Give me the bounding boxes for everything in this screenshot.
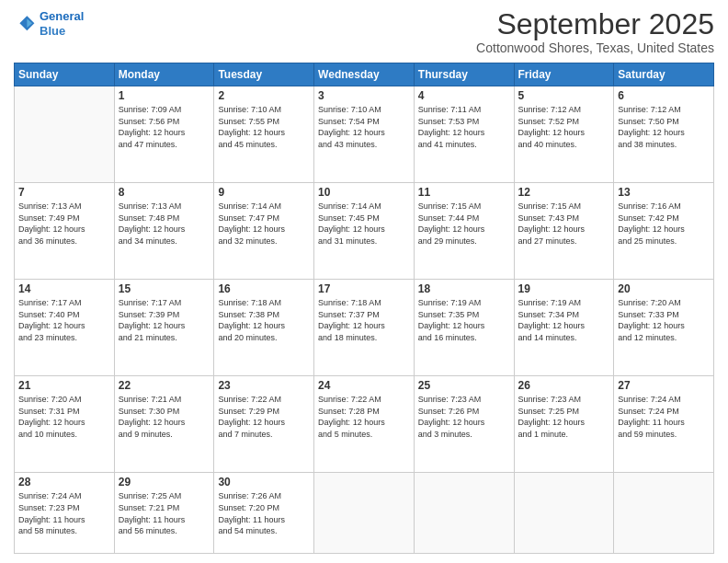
table-row: 27Sunrise: 7:24 AM Sunset: 7:24 PM Dayli… bbox=[614, 376, 714, 473]
day-number: 8 bbox=[119, 186, 210, 199]
table-row: 1Sunrise: 7:09 AM Sunset: 7:56 PM Daylig… bbox=[114, 86, 214, 183]
day-number: 28 bbox=[18, 476, 110, 488]
day-number: 6 bbox=[618, 89, 710, 102]
calendar-header-row: Sunday Monday Tuesday Wednesday Thursday… bbox=[15, 63, 714, 86]
table-row: 20Sunrise: 7:20 AM Sunset: 7:33 PM Dayli… bbox=[614, 280, 714, 376]
day-number: 3 bbox=[318, 89, 410, 102]
day-info: Sunrise: 7:13 AM Sunset: 7:49 PM Dayligh… bbox=[18, 201, 110, 247]
table-row bbox=[314, 473, 415, 554]
day-info: Sunrise: 7:24 AM Sunset: 7:24 PM Dayligh… bbox=[618, 394, 710, 440]
day-info: Sunrise: 7:14 AM Sunset: 7:47 PM Dayligh… bbox=[218, 201, 310, 247]
header-saturday: Saturday bbox=[614, 63, 714, 86]
table-row: 11Sunrise: 7:15 AM Sunset: 7:44 PM Dayli… bbox=[414, 183, 514, 280]
location-title: Cottonwood Shores, Texas, United States bbox=[476, 40, 714, 55]
day-info: Sunrise: 7:12 AM Sunset: 7:52 PM Dayligh… bbox=[518, 104, 610, 150]
day-number: 16 bbox=[218, 282, 310, 295]
day-number: 19 bbox=[518, 282, 610, 295]
day-info: Sunrise: 7:15 AM Sunset: 7:44 PM Dayligh… bbox=[418, 201, 510, 247]
day-number: 12 bbox=[518, 186, 610, 199]
logo-text: General Blue bbox=[40, 9, 84, 38]
table-row: 3Sunrise: 7:10 AM Sunset: 7:54 PM Daylig… bbox=[314, 86, 415, 183]
day-number: 21 bbox=[18, 379, 110, 392]
day-number: 13 bbox=[618, 186, 710, 199]
header: General Blue September 2025 Cottonwood S… bbox=[14, 9, 714, 55]
table-row bbox=[614, 473, 714, 554]
day-number: 30 bbox=[218, 476, 310, 488]
logo-icon bbox=[14, 13, 36, 35]
table-row: 26Sunrise: 7:23 AM Sunset: 7:25 PM Dayli… bbox=[514, 376, 614, 473]
title-block: September 2025 Cottonwood Shores, Texas,… bbox=[476, 9, 714, 55]
day-info: Sunrise: 7:20 AM Sunset: 7:31 PM Dayligh… bbox=[18, 394, 110, 440]
day-number: 29 bbox=[119, 476, 210, 488]
header-tuesday: Tuesday bbox=[214, 63, 314, 86]
day-info: Sunrise: 7:17 AM Sunset: 7:40 PM Dayligh… bbox=[18, 297, 110, 343]
table-row: 25Sunrise: 7:23 AM Sunset: 7:26 PM Dayli… bbox=[414, 376, 514, 473]
table-row: 5Sunrise: 7:12 AM Sunset: 7:52 PM Daylig… bbox=[514, 86, 614, 183]
day-info: Sunrise: 7:10 AM Sunset: 7:54 PM Dayligh… bbox=[318, 104, 410, 150]
table-row: 12Sunrise: 7:15 AM Sunset: 7:43 PM Dayli… bbox=[514, 183, 614, 280]
day-number: 10 bbox=[318, 186, 410, 199]
header-monday: Monday bbox=[114, 63, 214, 86]
day-number: 9 bbox=[218, 186, 310, 199]
table-row: 8Sunrise: 7:13 AM Sunset: 7:48 PM Daylig… bbox=[114, 183, 214, 280]
table-row: 14Sunrise: 7:17 AM Sunset: 7:40 PM Dayli… bbox=[15, 280, 115, 376]
page: General Blue September 2025 Cottonwood S… bbox=[0, 0, 728, 563]
table-row: 7Sunrise: 7:13 AM Sunset: 7:49 PM Daylig… bbox=[15, 183, 115, 280]
table-row: 16Sunrise: 7:18 AM Sunset: 7:38 PM Dayli… bbox=[214, 280, 314, 376]
table-row: 10Sunrise: 7:14 AM Sunset: 7:45 PM Dayli… bbox=[314, 183, 415, 280]
day-number: 5 bbox=[518, 89, 610, 102]
table-row: 15Sunrise: 7:17 AM Sunset: 7:39 PM Dayli… bbox=[114, 280, 214, 376]
table-row: 13Sunrise: 7:16 AM Sunset: 7:42 PM Dayli… bbox=[614, 183, 714, 280]
table-row: 24Sunrise: 7:22 AM Sunset: 7:28 PM Dayli… bbox=[314, 376, 415, 473]
day-info: Sunrise: 7:12 AM Sunset: 7:50 PM Dayligh… bbox=[618, 104, 710, 150]
day-number: 24 bbox=[318, 379, 410, 392]
header-friday: Friday bbox=[514, 63, 614, 86]
day-info: Sunrise: 7:23 AM Sunset: 7:26 PM Dayligh… bbox=[418, 394, 510, 440]
table-row: 23Sunrise: 7:22 AM Sunset: 7:29 PM Dayli… bbox=[214, 376, 314, 473]
day-number: 27 bbox=[618, 379, 710, 392]
table-row bbox=[15, 86, 115, 183]
day-info: Sunrise: 7:18 AM Sunset: 7:38 PM Dayligh… bbox=[218, 297, 310, 343]
day-info: Sunrise: 7:09 AM Sunset: 7:56 PM Dayligh… bbox=[119, 104, 210, 150]
table-row: 4Sunrise: 7:11 AM Sunset: 7:53 PM Daylig… bbox=[414, 86, 514, 183]
day-number: 4 bbox=[418, 89, 510, 102]
table-row bbox=[514, 473, 614, 554]
day-info: Sunrise: 7:19 AM Sunset: 7:34 PM Dayligh… bbox=[518, 297, 610, 343]
header-sunday: Sunday bbox=[15, 63, 115, 86]
header-thursday: Thursday bbox=[414, 63, 514, 86]
day-info: Sunrise: 7:17 AM Sunset: 7:39 PM Dayligh… bbox=[119, 297, 210, 343]
day-number: 1 bbox=[119, 89, 210, 102]
day-info: Sunrise: 7:26 AM Sunset: 7:20 PM Dayligh… bbox=[218, 490, 310, 536]
day-info: Sunrise: 7:11 AM Sunset: 7:53 PM Dayligh… bbox=[418, 104, 510, 150]
day-info: Sunrise: 7:10 AM Sunset: 7:55 PM Dayligh… bbox=[218, 104, 310, 150]
day-info: Sunrise: 7:14 AM Sunset: 7:45 PM Dayligh… bbox=[318, 201, 410, 247]
day-info: Sunrise: 7:18 AM Sunset: 7:37 PM Dayligh… bbox=[318, 297, 410, 343]
day-info: Sunrise: 7:22 AM Sunset: 7:29 PM Dayligh… bbox=[218, 394, 310, 440]
table-row: 17Sunrise: 7:18 AM Sunset: 7:37 PM Dayli… bbox=[314, 280, 415, 376]
table-row: 29Sunrise: 7:25 AM Sunset: 7:21 PM Dayli… bbox=[114, 473, 214, 554]
day-info: Sunrise: 7:24 AM Sunset: 7:23 PM Dayligh… bbox=[18, 490, 110, 536]
table-row: 30Sunrise: 7:26 AM Sunset: 7:20 PM Dayli… bbox=[214, 473, 314, 554]
day-number: 26 bbox=[518, 379, 610, 392]
day-info: Sunrise: 7:25 AM Sunset: 7:21 PM Dayligh… bbox=[119, 490, 210, 536]
logo: General Blue bbox=[14, 9, 84, 38]
day-number: 23 bbox=[218, 379, 310, 392]
day-number: 17 bbox=[318, 282, 410, 295]
day-info: Sunrise: 7:22 AM Sunset: 7:28 PM Dayligh… bbox=[318, 394, 410, 440]
table-row: 19Sunrise: 7:19 AM Sunset: 7:34 PM Dayli… bbox=[514, 280, 614, 376]
day-info: Sunrise: 7:23 AM Sunset: 7:25 PM Dayligh… bbox=[518, 394, 610, 440]
day-number: 25 bbox=[418, 379, 510, 392]
day-info: Sunrise: 7:16 AM Sunset: 7:42 PM Dayligh… bbox=[618, 201, 710, 247]
day-number: 20 bbox=[618, 282, 710, 295]
table-row bbox=[414, 473, 514, 554]
header-wednesday: Wednesday bbox=[314, 63, 415, 86]
calendar-table: Sunday Monday Tuesday Wednesday Thursday… bbox=[14, 63, 714, 554]
table-row: 21Sunrise: 7:20 AM Sunset: 7:31 PM Dayli… bbox=[15, 376, 115, 473]
day-number: 15 bbox=[119, 282, 210, 295]
table-row: 22Sunrise: 7:21 AM Sunset: 7:30 PM Dayli… bbox=[114, 376, 214, 473]
table-row: 18Sunrise: 7:19 AM Sunset: 7:35 PM Dayli… bbox=[414, 280, 514, 376]
day-info: Sunrise: 7:20 AM Sunset: 7:33 PM Dayligh… bbox=[618, 297, 710, 343]
day-info: Sunrise: 7:13 AM Sunset: 7:48 PM Dayligh… bbox=[119, 201, 210, 247]
day-number: 2 bbox=[218, 89, 310, 102]
day-info: Sunrise: 7:21 AM Sunset: 7:30 PM Dayligh… bbox=[119, 394, 210, 440]
